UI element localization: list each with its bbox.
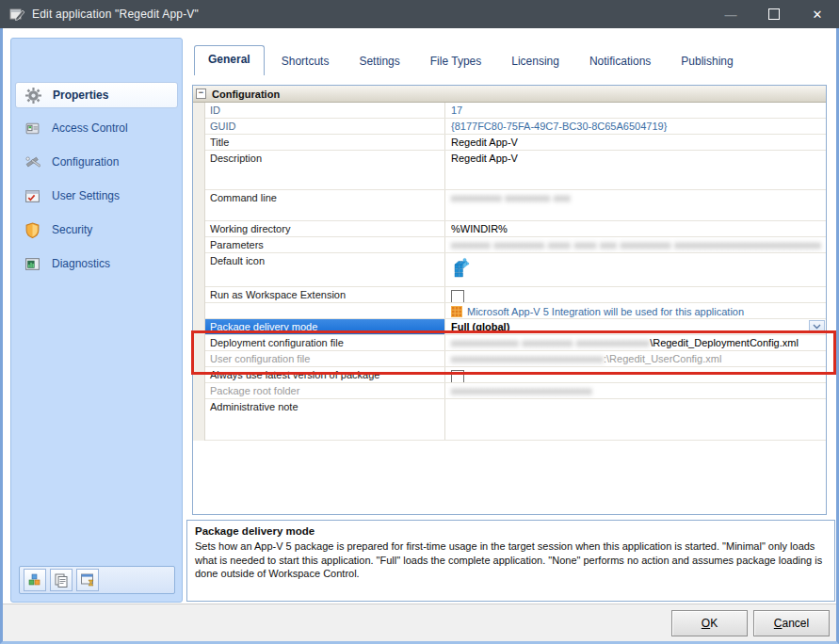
copy-icon[interactable] — [50, 569, 73, 591]
appv-integration-note: Microsoft App-V 5 Integration will be us… — [467, 306, 744, 317]
empty-label — [205, 303, 444, 318]
tab-shortcuts[interactable]: Shortcuts — [268, 48, 343, 75]
row-command-line-label: Command line — [205, 190, 444, 220]
sidebar-item-label: Properties — [53, 89, 108, 102]
row-id-label: ID — [205, 103, 444, 118]
access-control-icon — [24, 121, 40, 137]
dialog-footer: OK Cancel — [3, 604, 836, 641]
collapse-icon[interactable]: − — [196, 89, 206, 99]
row-package-delivery-mode-label: Package delivery mode — [205, 319, 444, 334]
cancel-button[interactable]: Cancel — [753, 610, 830, 636]
property-grid: − Configuration ID 17 GUID {8177FC80-75F… — [192, 85, 827, 515]
row-working-directory-value: %WINDIR% — [451, 223, 508, 234]
row-package-root-label: Package root folder — [205, 383, 444, 398]
user-config-field: xxxxxxxxxxxxxxxxxxxxxxxxxxx:\Regedit_Use… — [444, 351, 826, 366]
sidebar-item-access-control[interactable]: Access Control — [15, 116, 178, 140]
run-as-workspace-extension-checkbox[interactable] — [451, 290, 464, 302]
administrative-note-field[interactable] — [444, 399, 826, 440]
row-description[interactable]: Description Regedit App-V — [205, 151, 826, 190]
sidebar-item-configuration[interactable]: Configuration — [15, 150, 178, 174]
row-guid-value: {8177FC80-75FA-49C7-BC30-8C65A6504719} — [451, 121, 667, 132]
gear-icon — [25, 88, 41, 104]
row-always-use-latest-version[interactable]: Always use latest version of package — [205, 367, 826, 383]
package-delivery-mode-value: Full (global) — [451, 321, 509, 332]
row-title[interactable]: Title Regedit App-V — [205, 135, 826, 151]
tab-file-types[interactable]: File Types — [417, 48, 494, 75]
dialog-body: Properties Access Control Config — [0, 28, 839, 644]
window-check-icon — [24, 188, 40, 204]
row-parameters-label: Parameters — [205, 237, 444, 252]
user-config-suffix: :\Regedit_UserConfig.xml — [604, 353, 721, 364]
row-run-as-workspace-extension[interactable]: Run as Workspace Extension — [205, 287, 826, 303]
sidebar-item-label: Configuration — [52, 155, 119, 169]
row-package-root-folder: Package root folder xxxxxxxxxxxxxxxxxxxx… — [205, 383, 826, 399]
row-admin-note-label: Administrative note — [205, 399, 444, 440]
tab-publishing[interactable]: Publishing — [668, 48, 746, 75]
row-user-configuration-file: User configuration file xxxxxxxxxxxxxxxx… — [205, 351, 826, 367]
row-command-line[interactable]: Command line xxxxxxxxx xxxxxxxx xxx — [205, 190, 826, 221]
tools-icon — [24, 154, 40, 170]
package-root-field: xxxxxxxxxxxxxxxxxxxxxxxxx — [444, 383, 826, 398]
redacted-value: xxxxxxxxx xxxxxxxx xxx — [451, 192, 571, 203]
tab-settings[interactable]: Settings — [346, 48, 412, 75]
chevron-down-icon[interactable] — [809, 320, 825, 333]
sidebar-item-diagnostics[interactable]: Diagnostics — [15, 251, 178, 276]
window-hourglass-icon[interactable] — [76, 569, 99, 591]
shield-icon — [24, 222, 40, 238]
minimize-button[interactable]: — — [709, 0, 752, 28]
row-user-config-label: User configuration file — [205, 351, 444, 366]
grid-indent-strip — [193, 103, 205, 441]
row-package-delivery-mode[interactable]: Package delivery mode Full (global) — [205, 319, 826, 335]
row-default-icon-label: Default icon — [205, 253, 444, 286]
sidebar-item-label: Security — [52, 223, 92, 236]
close-button[interactable]: ✕ — [796, 0, 839, 28]
row-parameters[interactable]: Parameters xxxxxxx xxxxxxxxx xxxx xxxx x… — [205, 237, 826, 253]
row-administrative-note[interactable]: Administrative note — [205, 399, 826, 441]
sidebar-item-security[interactable]: Security — [15, 217, 178, 242]
row-default-icon[interactable]: Default icon — [205, 253, 826, 287]
sidebar-toolbar — [19, 566, 175, 594]
row-deployment-configuration-file[interactable]: Deployment configuration file xxxxxxxxxx… — [205, 335, 826, 351]
section-header-configuration[interactable]: − Configuration — [193, 86, 826, 103]
parameters-field[interactable]: xxxxxxx xxxxxxxxx xxxx xxxx xxx xxxxxxxx… — [444, 237, 826, 252]
always-use-latest-checkbox[interactable] — [451, 370, 464, 382]
diagnostics-icon — [24, 256, 40, 272]
row-deployment-config-label: Deployment configuration file — [205, 335, 444, 350]
row-working-directory-label: Working directory — [205, 221, 444, 236]
row-description-value: Regedit App-V — [451, 153, 518, 164]
sidebar: Properties Access Control Config — [10, 38, 183, 603]
row-run-as-label: Run as Workspace Extension — [205, 287, 444, 302]
redacted-value: xxxxxxxxxxxxxxxxxxxxxxxxxxx — [451, 353, 604, 364]
working-directory-field[interactable]: %WINDIR% — [444, 221, 826, 236]
row-appv-integration-note: Microsoft App-V 5 Integration will be us… — [205, 303, 826, 319]
description-field[interactable]: Regedit App-V — [444, 151, 826, 189]
deployment-config-field[interactable]: xxxxxxxxxxxx xxxxxxxxx xxxxxxxxxxxxx\Reg… — [444, 335, 826, 350]
row-guid: GUID {8177FC80-75FA-49C7-BC30-8C65A65047… — [205, 119, 826, 135]
regedit-cube-icon — [451, 257, 470, 278]
row-id-value: 17 — [451, 105, 462, 116]
package-delivery-mode-dropdown[interactable]: Full (global) — [444, 319, 826, 334]
default-icon-field[interactable] — [444, 253, 826, 286]
tab-bar: General Shortcuts Settings File Types Li… — [194, 45, 750, 75]
tab-general[interactable]: General — [194, 45, 265, 75]
ok-button-label: OK — [702, 617, 718, 630]
title-field[interactable]: Regedit App-V — [444, 135, 826, 150]
titlebar[interactable]: Edit application "Regedit App-V" — ✕ — [0, 0, 839, 28]
sidebar-item-label: Access Control — [52, 121, 128, 135]
blocks-icon[interactable] — [24, 569, 46, 591]
sidebar-item-label: User Settings — [52, 189, 120, 202]
tab-licensing[interactable]: Licensing — [498, 48, 573, 75]
app-icon — [9, 7, 24, 22]
ok-button[interactable]: OK — [671, 610, 748, 636]
redacted-value: xxxxxxxxxxxxxxxxxxxxxxxxx — [451, 385, 592, 396]
row-title-value: Regedit App-V — [451, 137, 518, 148]
row-working-directory[interactable]: Working directory %WINDIR% — [205, 221, 826, 237]
sidebar-item-label: Diagnostics — [52, 257, 110, 270]
sidebar-item-user-settings[interactable]: User Settings — [15, 184, 178, 208]
edit-application-dialog: Edit application "Regedit App-V" — ✕ — [0, 0, 839, 644]
deployment-config-suffix: \Regedit_DeploymentConfig.xml — [650, 337, 799, 348]
command-line-field[interactable]: xxxxxxxxx xxxxxxxx xxx — [444, 190, 826, 220]
sidebar-item-properties[interactable]: Properties — [15, 82, 178, 108]
maximize-button[interactable] — [752, 0, 796, 28]
tab-notifications[interactable]: Notifications — [576, 48, 664, 75]
